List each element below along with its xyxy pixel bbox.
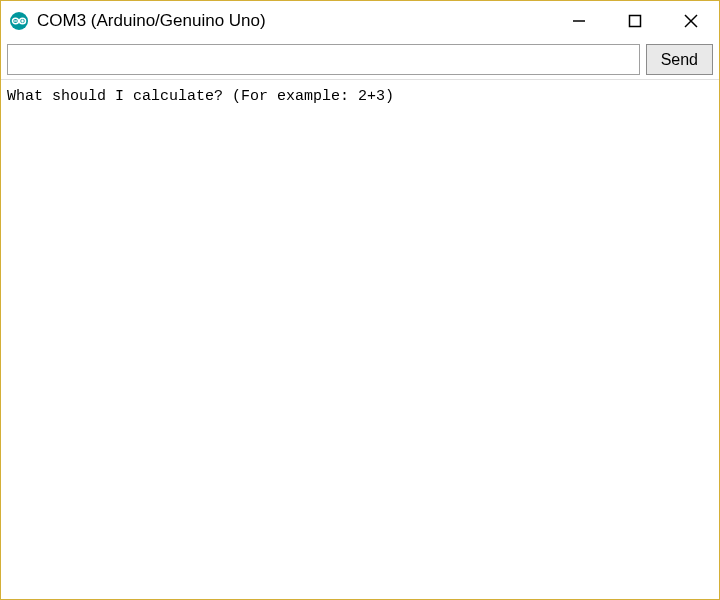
serial-input[interactable]: [7, 44, 640, 75]
minimize-icon: [572, 14, 586, 28]
titlebar: COM3 (Arduino/Genuino Uno): [1, 0, 719, 40]
arduino-icon: [9, 11, 29, 31]
close-button[interactable]: [663, 1, 719, 40]
minimize-button[interactable]: [551, 1, 607, 40]
svg-rect-7: [630, 15, 641, 26]
window-controls: [551, 1, 719, 40]
serial-output: What should I calculate? (For example: 2…: [1, 80, 719, 599]
window-title: COM3 (Arduino/Genuino Uno): [37, 11, 551, 31]
input-toolbar: Send: [1, 40, 719, 80]
maximize-button[interactable]: [607, 1, 663, 40]
send-button[interactable]: Send: [646, 44, 713, 75]
close-icon: [684, 14, 698, 28]
serial-monitor-window: COM3 (Arduino/Genuino Uno) Send: [0, 0, 720, 600]
maximize-icon: [628, 14, 642, 28]
